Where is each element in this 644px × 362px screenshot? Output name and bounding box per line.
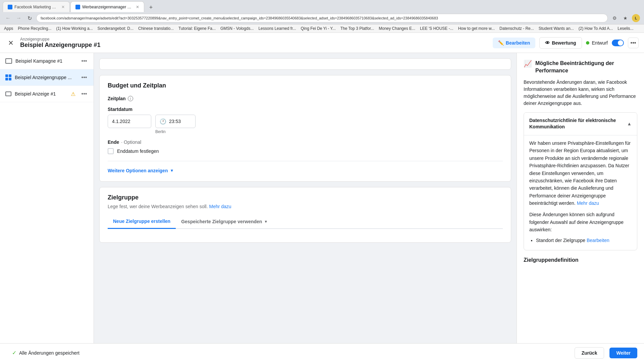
more-options-button[interactable]: Weitere Optionen anzeigen ▼ <box>108 168 174 173</box>
zielgruppe-card: Zielgruppe Lege fest, wer deine Werbeanz… <box>99 187 511 243</box>
browser-action-bookmark[interactable]: ★ <box>621 14 629 22</box>
right-panel: 📈 Mögliche Beeinträchtigung der Performa… <box>517 53 644 343</box>
browser-action-extensions[interactable]: ⚙ <box>610 14 619 22</box>
date-input[interactable]: 4.1.2022 <box>108 115 151 128</box>
zielgruppendefinition-title: Zielgruppendefinition <box>524 257 579 263</box>
budget-section-title: Budget und Zeitplan <box>108 82 166 89</box>
bookmark-7[interactable]: Lessons Learned fr... <box>258 26 296 31</box>
browser-tab-2[interactable]: Werbeanzeigenmanager - Wer... ✕ <box>70 1 144 12</box>
warning-icon: ⚠ <box>71 91 75 97</box>
review-button-label: Bewertung <box>552 40 576 46</box>
tab1-close[interactable]: ✕ <box>61 5 65 9</box>
next-button[interactable]: Weiter <box>609 348 637 358</box>
bookmark-3[interactable]: Sonderangebot: D... <box>98 26 133 31</box>
header-close-button[interactable]: ✕ <box>5 38 16 48</box>
review-button[interactable]: 👁 Bewertung <box>539 37 582 49</box>
saved-text: Alle Änderungen gespeichert <box>19 350 79 356</box>
bookmark-5[interactable]: Tutorial: Eigene Fa... <box>178 26 216 31</box>
app-container: ✕ Anzeigengruppe Beispiel Anzeigengruppe… <box>0 33 644 362</box>
status-indicator: Entwurf <box>586 40 608 46</box>
edit-button[interactable]: ✏️ Bearbeiten <box>493 38 535 48</box>
top-partial-card <box>99 58 511 70</box>
profile-avatar[interactable]: L <box>632 14 640 22</box>
bookmark-13[interactable]: Datenschutz - Re... <box>499 26 534 31</box>
browser-toolbar: ← → ↻ facebook.com/adsmanager/manage/ads… <box>0 12 644 24</box>
nav-reload[interactable]: ↻ <box>25 14 34 22</box>
campaign-icon <box>5 58 12 64</box>
bookmark-apps[interactable]: Apps <box>4 26 13 31</box>
app-header: ✕ Anzeigengruppe Beispiel Anzeigengruppe… <box>0 33 644 53</box>
new-tab-button[interactable]: + <box>146 3 156 12</box>
zielgruppe-title: Zielgruppe <box>108 194 503 201</box>
tab2-close[interactable]: ✕ <box>136 5 139 9</box>
address-bar[interactable]: facebook.com/adsmanager/manage/adsets/ed… <box>36 14 608 22</box>
datenschutz-more-link[interactable]: Mehr dazu <box>577 200 599 206</box>
browser-tabs-bar: Facebook Marketing & Werbe... ✕ Werbeanz… <box>0 0 644 12</box>
zielgruppe-desc-text: Lege fest, wer deine Werbeanzeigen sehen… <box>108 204 208 209</box>
saved-indicator: ✓ Alle Änderungen gespeichert <box>12 350 79 356</box>
zielgruppe-more-link[interactable]: Mehr dazu <box>209 204 231 209</box>
sidebar-ad-more[interactable]: ••• <box>80 90 88 98</box>
chevron-up-icon: ▲ <box>627 121 632 126</box>
ad-icon <box>5 92 11 96</box>
tab1-label: Facebook Marketing & Werbe... <box>14 5 58 9</box>
bookmark-1[interactable]: Phone Recycling... <box>18 26 51 31</box>
nav-forward[interactable]: → <box>15 14 23 22</box>
bookmark-9[interactable]: The Top 3 Platfor... <box>340 26 374 31</box>
datenschutz-title: Datenschutzrichtlinie für elektronische … <box>529 117 624 130</box>
zielgruppe-tabs: Neue Zielgruppe erstellen Gespeicherte Z… <box>108 215 503 229</box>
nav-back[interactable]: ← <box>4 14 12 22</box>
enddatum-checkbox-row: Enddatum festlegen <box>108 148 503 154</box>
zeitplan-content: Zeitplan i Startdatum 4.1.2022 🕐 23:53 <box>100 89 511 181</box>
bookmark-14[interactable]: Student Wants an... <box>539 26 574 31</box>
bookmark-8[interactable]: Qing Fei De Yi - Y... <box>301 26 335 31</box>
address-text: facebook.com/adsmanager/manage/adsets/ed… <box>41 16 438 20</box>
zielgruppe-header: Zielgruppe Lege fest, wer deine Werbeanz… <box>100 187 511 209</box>
startdatum-label: Startdatum <box>108 107 503 112</box>
datenschutz-section-body: Wir haben unsere Privatsphäre-Einstellun… <box>524 135 637 250</box>
bookmark-10[interactable]: Money Changes E... <box>379 26 415 31</box>
status-toggle[interactable] <box>612 40 624 46</box>
tab-gespeicherte-zielgruppe[interactable]: Gespeicherte Zielgruppe verwenden ▼ <box>176 215 273 228</box>
performance-title: Mögliche Beeinträchtigung der Performanc… <box>535 60 637 75</box>
enddatum-checkbox[interactable] <box>108 148 114 154</box>
budget-section-header: Budget und Zeitplan <box>100 75 511 89</box>
header-title: Beispiel Anzeigengruppe #1 <box>20 42 100 49</box>
bookmark-6[interactable]: GMSN - Vologds... <box>220 26 254 31</box>
time-value: 23:53 <box>169 119 181 124</box>
bookmark-12[interactable]: How to get more w... <box>458 26 495 31</box>
bookmark-15[interactable]: (2) How To Add A... <box>579 26 613 31</box>
more-options-label: Weitere Optionen anzeigen <box>108 168 168 173</box>
performance-title-row: 📈 Mögliche Beeinträchtigung der Performa… <box>524 60 637 75</box>
browser-chrome: Facebook Marketing & Werbe... ✕ Werbeanz… <box>0 0 644 24</box>
sidebar-item-adset[interactable]: Beispiel Anzeigengruppe ... ••• <box>0 69 94 86</box>
enddatum-checkbox-label: Enddatum festlegen <box>117 148 159 154</box>
sidebar-item-ad[interactable]: Beispiel Anzeige #1 ⚠ ••• <box>0 86 94 102</box>
datenschutz-body-text: Wir haben unsere Privatsphäre-Einstellun… <box>529 139 632 207</box>
sidebar-campaign-more[interactable]: ••• <box>80 57 88 65</box>
bookmark-2[interactable]: (1) How Working a... <box>56 26 93 31</box>
bookmarks-bar: Apps Phone Recycling... (1) How Working … <box>0 24 644 33</box>
tab-neue-zielgruppe[interactable]: Neue Zielgruppe erstellen <box>108 215 176 229</box>
sidebar-item-campaign[interactable]: Beispiel Kampagne #1 ••• <box>0 53 94 69</box>
browser-tab-1[interactable]: Facebook Marketing & Werbe... ✕ <box>3 1 70 12</box>
bullet-item-link[interactable]: Bearbeiten <box>587 238 609 243</box>
datenschutz-section-header[interactable]: Datenschutzrichtlinie für elektronische … <box>524 113 637 135</box>
bookmark-11[interactable]: LEE 'S HOUSE -... <box>420 26 453 31</box>
bottom-bar: ✓ Alle Änderungen gespeichert Zurück Wei… <box>0 343 644 362</box>
tab2-label: Werbeanzeigenmanager - Wer... <box>82 5 132 9</box>
main-layout: Beispiel Kampagne #1 ••• Beispiel Anzeig… <box>0 53 644 362</box>
time-input[interactable]: 🕐 23:53 <box>155 115 196 128</box>
performance-icon: 📈 <box>524 60 532 68</box>
more-button[interactable]: ••• <box>628 38 639 48</box>
ende-label: Ende <box>108 139 119 145</box>
check-icon: ✓ <box>12 350 16 356</box>
bookmark-16[interactable]: Leselis... <box>618 26 633 31</box>
zeitplan-info-icon[interactable]: i <box>128 96 133 101</box>
back-button[interactable]: Zurück <box>575 347 604 359</box>
sidebar-adset-more[interactable]: ••• <box>80 73 88 81</box>
performance-text: Bevorstehende Änderungen daran, wie Face… <box>524 79 637 107</box>
bookmark-4[interactable]: Chinese translatio... <box>138 26 174 31</box>
datenschutz-changes-text: Diese Änderungen können sich aufgrund fo… <box>529 211 632 233</box>
zeitplan-label-row: Zeitplan i <box>108 96 503 101</box>
